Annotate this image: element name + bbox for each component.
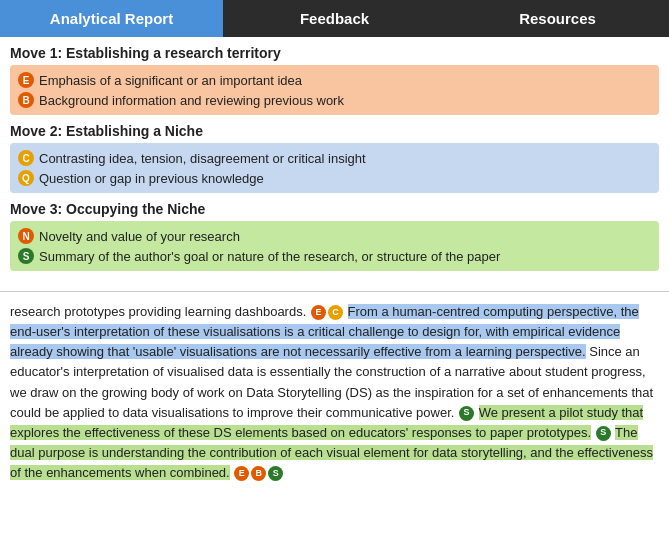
list-item: E Emphasis of a significant or an import… — [18, 70, 651, 90]
inline-badge-c: C — [328, 305, 343, 320]
move1-items: E Emphasis of a significant or an import… — [10, 65, 659, 115]
section-divider — [0, 291, 669, 292]
body-intro: research prototypes providing learning d… — [10, 304, 310, 319]
inline-badge-s1: S — [459, 406, 474, 421]
move2-items: C Contrasting idea, tension, disagreemen… — [10, 143, 659, 193]
move2-item1-text: Contrasting idea, tension, disagreement … — [39, 151, 366, 166]
move1-item1-text: Emphasis of a significant or an importan… — [39, 73, 302, 88]
move3-items: N Novelty and value of your research S S… — [10, 221, 659, 271]
badge-n: N — [18, 228, 34, 244]
list-item: N Novelty and value of your research — [18, 226, 651, 246]
tab-resources[interactable]: Resources — [446, 0, 669, 37]
move1-title: Move 1: Establishing a research territor… — [10, 45, 659, 61]
list-item: Q Question or gap in previous knowledge — [18, 168, 651, 188]
move3-section: Move 3: Occupying the Niche N Novelty an… — [10, 201, 659, 271]
badge-s: S — [18, 248, 34, 264]
badge-b: B — [18, 92, 34, 108]
badge-e: E — [18, 72, 34, 88]
move1-section: Move 1: Establishing a research territor… — [10, 45, 659, 115]
move3-item1-text: Novelty and value of your research — [39, 229, 240, 244]
inline-badge-s3: S — [268, 466, 283, 481]
move3-title: Move 3: Occupying the Niche — [10, 201, 659, 217]
tab-bar: Analytical Report Feedback Resources — [0, 0, 669, 37]
move2-title: Move 2: Establishing a Niche — [10, 123, 659, 139]
list-item: B Background information and reviewing p… — [18, 90, 651, 110]
list-item: S Summary of the author's goal or nature… — [18, 246, 651, 266]
body-text: research prototypes providing learning d… — [0, 296, 669, 493]
move2-item2-text: Question or gap in previous knowledge — [39, 171, 264, 186]
move1-item2-text: Background information and reviewing pre… — [39, 93, 344, 108]
badge-q: Q — [18, 170, 34, 186]
list-item: C Contrasting idea, tension, disagreemen… — [18, 148, 651, 168]
inline-badge-b2: B — [251, 466, 266, 481]
tab-analytical[interactable]: Analytical Report — [0, 0, 223, 37]
inline-badge-e: E — [311, 305, 326, 320]
badge-c: C — [18, 150, 34, 166]
move2-section: Move 2: Establishing a Niche C Contrasti… — [10, 123, 659, 193]
moves-area: Move 1: Establishing a research territor… — [0, 37, 669, 287]
inline-badge-s2: S — [596, 426, 611, 441]
tab-feedback[interactable]: Feedback — [223, 0, 446, 37]
inline-badge-e2: E — [234, 466, 249, 481]
move3-item2-text: Summary of the author's goal or nature o… — [39, 249, 500, 264]
